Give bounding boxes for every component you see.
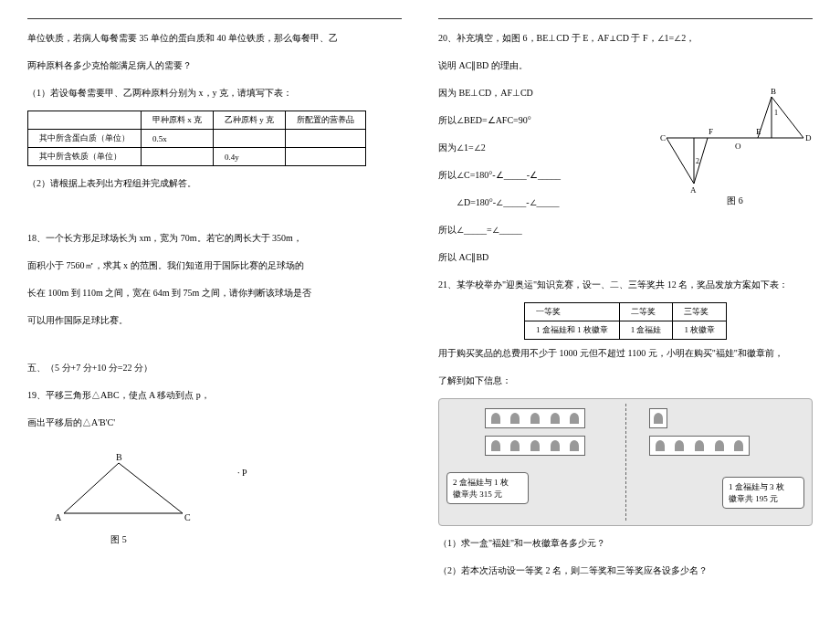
table-header: 乙种原料 y 克 xyxy=(214,111,286,130)
q19-line: 画出平移后的△A'B'C' xyxy=(27,413,402,433)
q18-line: 面积小于 7560㎡，求其 x 的范围。我们知道用于国际比赛的足球场的 xyxy=(27,256,402,276)
cell: 1 盒福娃和 1 枚徽章 xyxy=(524,321,619,340)
cell: 三等奖 xyxy=(673,303,727,321)
q19-line: 19、平移三角形△ABC，使点 A 移动到点 p， xyxy=(27,385,402,406)
table-row: 其中所含铁质（单位） 0.4y xyxy=(28,148,366,166)
left-column: 单位铁质，若病人每餐需要 35 单位的蛋白质和 40 单位铁质，那么每餐甲、乙 … xyxy=(27,18,402,614)
svg-text:E: E xyxy=(756,127,761,136)
svg-line-3 xyxy=(667,138,694,184)
point-p: · P xyxy=(237,468,247,478)
vertex-b: B xyxy=(116,452,122,462)
cell xyxy=(142,148,214,166)
svg-text:B: B xyxy=(771,87,776,96)
cell: 1 枚徽章 xyxy=(673,321,727,340)
q18-line: 可以用作国际足球比赛。 xyxy=(27,311,402,331)
divider-icon xyxy=(625,404,626,521)
figure-6-label: 图 6 xyxy=(657,195,813,207)
speech-text: 1 盒福娃与 3 枚 xyxy=(729,481,798,493)
fuwa-box-icon xyxy=(485,408,585,428)
cell: 0.5x xyxy=(142,130,214,148)
svg-text:D: D xyxy=(805,133,812,142)
q18-line: 长在 100m 到 110m 之间，宽在 64m 到 75m 之间，请你判断该球… xyxy=(27,283,402,303)
speech-text: 徽章共 315 元 xyxy=(453,489,522,500)
right-column: 20、补充填空，如图 6，BE⊥CD 于 E，AF⊥CD 于 F，∠1=∠2， … xyxy=(438,18,813,614)
q20-line: 20、补充填空，如图 6，BE⊥CD 于 E，AF⊥CD 于 F，∠1=∠2， xyxy=(438,28,813,48)
q21-sub2: （2）若本次活动设一等奖 2 名，则二等奖和三等奖应各设多少名？ xyxy=(438,561,813,581)
cell: 0.4y xyxy=(214,148,286,166)
intro-line-2: 两种原料各多少克恰能满足病人的需要？ xyxy=(27,56,402,76)
q21-line: 用于购买奖品的总费用不少于 1000 元但不超过 1100 元，小明在购买"福娃… xyxy=(438,343,813,363)
nutrition-table: 甲种原料 x 克 乙种原料 y 克 所配置的营养品 其中所含蛋白质（单位） 0.… xyxy=(27,111,366,166)
cell: 其中所含蛋白质（单位） xyxy=(28,130,142,148)
speech-bubble: 1 盒福娃与 3 枚 徽章共 195 元 xyxy=(722,477,804,509)
vertex-c: C xyxy=(184,512,191,522)
fuwa-box-icon xyxy=(485,436,585,456)
triangle-figure: A B C xyxy=(27,449,210,532)
cell: 其中所含铁质（单位） xyxy=(28,148,142,166)
q21-sub1: （1）求一盒"福娃"和一枚徽章各多少元？ xyxy=(438,533,813,553)
table-header xyxy=(28,111,142,130)
intro-line-1: 单位铁质，若病人每餐需要 35 单位的蛋白质和 40 单位铁质，那么每餐甲、乙 xyxy=(27,28,402,48)
sub-question-1: （1）若设每餐需要甲、乙两种原料分别为 x，y 克，请填写下表： xyxy=(27,83,402,103)
cell xyxy=(286,130,366,148)
table-row: 其中所含蛋白质（单位） 0.5x xyxy=(28,130,366,148)
info-illustration: 2 盒福娃与 1 枚 徽章共 315 元 1 盒福娃与 3 枚 徽章共 195 … xyxy=(438,398,813,526)
q20-line: 所以∠_____=∠_____ xyxy=(438,220,813,240)
fuwa-box-icon xyxy=(649,436,750,456)
sub-question-2: （2）请根据上表列出方程组并完成解答。 xyxy=(27,174,402,194)
section-5-label: 五、（5 分+7 分+10 分=22 分） xyxy=(27,358,402,378)
svg-marker-0 xyxy=(64,463,183,513)
prize-table: 一等奖 二等奖 三等奖 1 盒福娃和 1 枚徽章 1 盒福娃 1 枚徽章 xyxy=(524,302,727,340)
table-header: 甲种原料 x 克 xyxy=(142,111,214,130)
svg-text:1: 1 xyxy=(774,109,778,117)
speech-bubble: 2 盒福娃与 1 枚 徽章共 315 元 xyxy=(446,472,529,504)
svg-text:F: F xyxy=(709,127,713,136)
vertex-a: A xyxy=(55,512,62,522)
cell: 1 盒福娃 xyxy=(619,321,673,340)
svg-text:A: A xyxy=(690,185,697,193)
q20-line: 所以 AC∥BD xyxy=(438,248,813,268)
svg-line-5 xyxy=(772,97,803,138)
cell: 二等奖 xyxy=(619,303,673,321)
speech-text: 2 盒福娃与 1 枚 xyxy=(453,477,522,489)
table-header: 所配置的营养品 xyxy=(286,111,366,130)
speech-text: 徽章共 195 元 xyxy=(729,493,798,505)
q21-line: 21、某学校举办"迎奥运"知识竞赛，设一、二、三等奖共 12 名，奖品发放方案如… xyxy=(438,275,813,295)
figure-5-label: 图 5 xyxy=(27,533,210,546)
q21-line: 了解到如下信息： xyxy=(438,371,813,391)
svg-text:2: 2 xyxy=(696,157,699,165)
svg-text:O: O xyxy=(735,142,741,151)
cell xyxy=(214,130,286,148)
q20-line: 说明 AC∥BD 的理由。 xyxy=(438,56,813,76)
cell xyxy=(286,148,366,166)
svg-text:C: C xyxy=(660,133,666,142)
figure-6: C D F O E B A 1 2 图 6 xyxy=(657,83,813,207)
cell: 一等奖 xyxy=(524,303,619,321)
q18-line: 18、一个长方形足球场长为 xm，宽为 70m。若它的周长大于 350m， xyxy=(27,228,402,248)
badge-icon xyxy=(649,408,667,428)
